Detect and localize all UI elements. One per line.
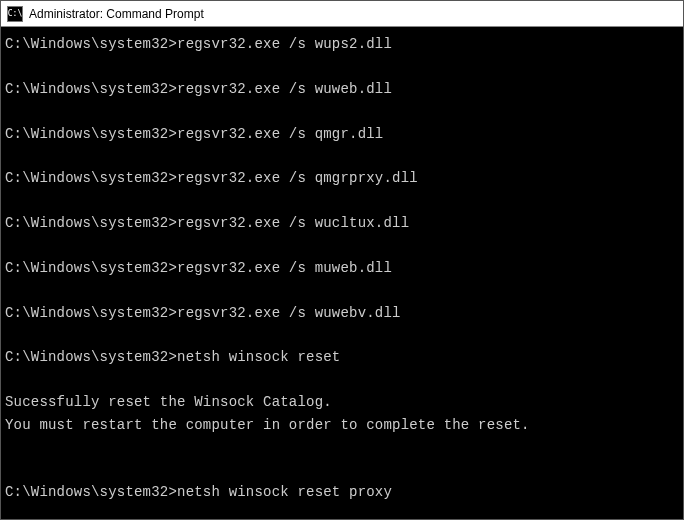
terminal-line: C:\Windows\system32>regsvr32.exe /s qmgr… <box>5 167 679 189</box>
output-text: Sucessfully reset the Winsock Catalog. <box>5 394 332 410</box>
cmd-icon: C:\ <box>7 6 23 22</box>
command-text: netsh winsock reset proxy <box>177 484 392 500</box>
command-text: regsvr32.exe /s wups2.dll <box>177 36 392 52</box>
prompt: C:\Windows\system32> <box>5 36 177 52</box>
terminal-line: C:\Windows\system32>regsvr32.exe /s qmgr… <box>5 123 679 145</box>
terminal-line <box>5 458 679 480</box>
terminal-line <box>5 324 679 346</box>
prompt: C:\Windows\system32> <box>5 81 177 97</box>
terminal-line <box>5 436 679 458</box>
terminal-line <box>5 145 679 167</box>
command-text: regsvr32.exe /s qmgr.dll <box>177 126 383 142</box>
window-title: Administrator: Command Prompt <box>29 7 204 21</box>
terminal-line: C:\Windows\system32>regsvr32.exe /s wuwe… <box>5 78 679 100</box>
titlebar[interactable]: C:\ Administrator: Command Prompt <box>1 1 683 27</box>
terminal-line <box>5 279 679 301</box>
command-text: regsvr32.exe /s wuwebv.dll <box>177 305 401 321</box>
terminal-line <box>5 503 679 520</box>
prompt: C:\Windows\system32> <box>5 305 177 321</box>
prompt: C:\Windows\system32> <box>5 126 177 142</box>
terminal-line <box>5 100 679 122</box>
terminal-line: C:\Windows\system32>regsvr32.exe /s wuwe… <box>5 302 679 324</box>
terminal-line: C:\Windows\system32>regsvr32.exe /s wups… <box>5 33 679 55</box>
terminal-line <box>5 55 679 77</box>
terminal-line: You must restart the computer in order t… <box>5 414 679 436</box>
prompt: C:\Windows\system32> <box>5 349 177 365</box>
terminal-area[interactable]: C:\Windows\system32>regsvr32.exe /s wups… <box>1 27 683 520</box>
terminal-line: Sucessfully reset the Winsock Catalog. <box>5 391 679 413</box>
prompt: C:\Windows\system32> <box>5 170 177 186</box>
terminal-line: C:\Windows\system32>netsh winsock reset … <box>5 481 679 503</box>
prompt: C:\Windows\system32> <box>5 260 177 276</box>
command-text: netsh winsock reset <box>177 349 340 365</box>
prompt: C:\Windows\system32> <box>5 215 177 231</box>
command-text: regsvr32.exe /s muweb.dll <box>177 260 392 276</box>
command-text: regsvr32.exe /s wuweb.dll <box>177 81 392 97</box>
terminal-line <box>5 190 679 212</box>
terminal-line: C:\Windows\system32>netsh winsock reset <box>5 346 679 368</box>
terminal-line <box>5 235 679 257</box>
terminal-line: C:\Windows\system32>regsvr32.exe /s wucl… <box>5 212 679 234</box>
command-text: regsvr32.exe /s wucltux.dll <box>177 215 409 231</box>
command-text: regsvr32.exe /s qmgrprxy.dll <box>177 170 418 186</box>
terminal-line <box>5 369 679 391</box>
prompt: C:\Windows\system32> <box>5 484 177 500</box>
terminal-line: C:\Windows\system32>regsvr32.exe /s muwe… <box>5 257 679 279</box>
output-text: You must restart the computer in order t… <box>5 417 530 433</box>
